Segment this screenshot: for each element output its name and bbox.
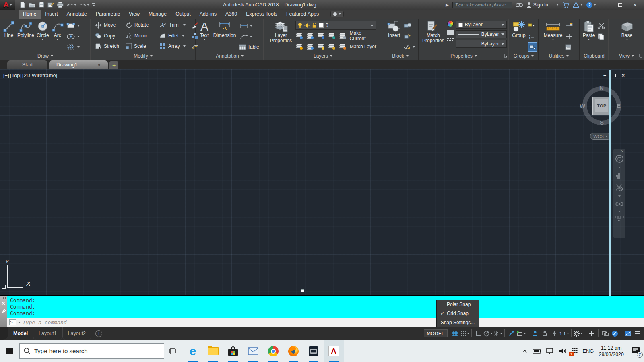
copy-button[interactable]: Copy <box>95 31 126 41</box>
tab-express-tools[interactable]: Express Tools <box>242 10 282 19</box>
arc-button[interactable]: Arc <box>50 20 65 52</box>
zoom-extents-icon[interactable] <box>615 183 624 192</box>
tray-chevron-icon[interactable] <box>522 349 528 353</box>
copy-clip-button[interactable] <box>597 32 605 41</box>
isodraft-caret-icon[interactable] <box>500 333 502 334</box>
move-button[interactable]: Move <box>95 20 126 30</box>
edit-attributes-button[interactable] <box>403 32 415 41</box>
new-layout-button[interactable]: + <box>95 330 102 337</box>
create-block-button[interactable] <box>403 21 415 31</box>
battery-icon[interactable] <box>533 348 541 354</box>
layer-thaw-tool-icon[interactable] <box>306 44 314 50</box>
command-wrench-icon[interactable] <box>1 309 6 313</box>
array-button[interactable]: Array <box>159 41 192 51</box>
navbar-zoom-caret-icon[interactable] <box>618 195 621 197</box>
keyword-search-input[interactable] <box>452 2 512 8</box>
rectangle-tool-button[interactable] <box>66 21 80 31</box>
annotation-monitor-toggle[interactable] <box>587 329 596 338</box>
ungroup-button[interactable] <box>528 21 537 31</box>
tab-output[interactable]: Output <box>171 10 195 19</box>
make-current-button[interactable]: Make Current <box>350 30 379 41</box>
help-button[interactable]: ? <box>586 2 596 8</box>
group-edit-button[interactable] <box>528 32 537 41</box>
autoscale-toggle[interactable] <box>540 329 549 338</box>
stretch-button[interactable]: Stretch <box>95 41 126 51</box>
table-button[interactable]: Table <box>239 42 259 52</box>
layout1-tab[interactable]: Layout1 <box>33 327 62 340</box>
block-attributes-button[interactable] <box>403 42 415 52</box>
tray-app-button[interactable]: 1 <box>572 347 578 355</box>
taskbar-app-edge[interactable]: e <box>183 340 203 362</box>
isodraft-toggle[interactable] <box>493 329 502 338</box>
task-view-button[interactable] <box>164 340 183 362</box>
layer-on-tool-icon[interactable] <box>295 44 303 50</box>
cut-button[interactable] <box>597 21 605 31</box>
tab-home[interactable]: Home <box>19 10 41 19</box>
object-snap-caret-icon[interactable] <box>524 333 526 334</box>
customize-qat-button[interactable] <box>92 3 95 6</box>
group-selection-toggle[interactable] <box>528 42 537 52</box>
menu-item-snap-settings[interactable]: Snap Settings... <box>436 318 479 327</box>
new-file-button[interactable] <box>19 2 26 8</box>
modify-panel-label[interactable]: Modify <box>91 52 195 60</box>
recent-commands-caret-icon[interactable] <box>18 322 21 323</box>
new-drawing-tab-button[interactable]: + <box>109 61 118 69</box>
drawing-restore-button[interactable] <box>612 74 616 77</box>
hatch-tool-button[interactable] <box>66 42 80 52</box>
taskbar-app-movies[interactable] <box>303 340 324 362</box>
clipboard-panel-label[interactable]: Clipboard <box>580 52 609 60</box>
ellipse-tool-button[interactable] <box>66 32 80 41</box>
navbar-close-icon[interactable]: ✕ <box>621 150 624 154</box>
scale-selector[interactable]: 1:1 <box>559 329 569 338</box>
rotate-button[interactable]: Rotate <box>126 20 159 30</box>
line-endpoint-grip[interactable] <box>301 289 304 292</box>
clean-screen-toggle[interactable] <box>623 329 632 338</box>
layer-lock-tool-icon[interactable] <box>328 33 335 39</box>
model-space-badge[interactable]: MODEL <box>424 329 448 337</box>
osnap-tracking-toggle[interactable] <box>507 329 516 338</box>
tab-featured-apps[interactable]: Featured Apps <box>282 10 323 19</box>
annotation-scale-tool[interactable] <box>550 329 559 338</box>
canvas-right-scroll-strip[interactable] <box>609 70 611 296</box>
sign-in-button[interactable]: Sign In <box>526 2 559 8</box>
object-color-dropdown[interactable]: ByLayer <box>456 21 507 29</box>
save-button[interactable] <box>38 2 45 8</box>
search-binoculars-icon[interactable] <box>516 2 523 8</box>
linetype-dropdown[interactable]: ByLayer <box>456 40 507 48</box>
tab-manage[interactable]: Manage <box>144 10 171 19</box>
viewport-view-control[interactable]: [Top] <box>10 72 21 78</box>
command-prompt-icon[interactable]: >_ <box>9 319 16 325</box>
polyline-button[interactable]: Polyline <box>16 20 35 52</box>
command-window-grip[interactable]: ✕ <box>0 296 7 327</box>
a360-button[interactable] <box>573 2 583 8</box>
minimize-button[interactable]: − <box>600 2 611 8</box>
navbar-orbit-caret-icon[interactable] <box>618 211 621 212</box>
ribbon-display-options[interactable] <box>330 11 344 17</box>
start-button[interactable] <box>0 340 19 362</box>
measure-button[interactable]: Measure <box>541 20 565 52</box>
layer-sun-tool-icon[interactable] <box>317 44 324 50</box>
viewcube-east[interactable]: E <box>617 102 621 109</box>
command-history[interactable]: Command: Command: Command: <box>7 296 644 318</box>
viewcube-west[interactable]: W <box>580 102 585 109</box>
circle-button[interactable]: Circle <box>35 20 50 52</box>
wcs-dropdown[interactable]: WCS <box>590 133 611 140</box>
grid-display-toggle[interactable] <box>450 329 459 338</box>
text-button[interactable]: A Text <box>199 20 210 52</box>
snap-caret-icon[interactable] <box>467 333 469 334</box>
annotation-visibility-toggle[interactable] <box>530 329 539 338</box>
tab-parametric[interactable]: Parametric <box>91 10 124 19</box>
viewport-control-menu[interactable]: [−] <box>3 72 9 78</box>
customize-status-button[interactable] <box>633 329 642 338</box>
match-layer-button[interactable]: Match Layer <box>350 44 376 49</box>
group-button[interactable]: Group <box>511 20 527 52</box>
model-tab[interactable]: Model <box>8 327 33 340</box>
taskbar-app-mail[interactable] <box>243 340 263 362</box>
leader-button[interactable] <box>239 32 259 41</box>
view-panel-label[interactable]: View <box>609 52 644 60</box>
trim-button[interactable]: Trim <box>159 20 192 30</box>
close-button[interactable]: × <box>630 2 641 8</box>
point-button[interactable] <box>565 32 573 41</box>
match-properties-button[interactable]: Match Properties <box>421 20 446 52</box>
file-tab-drawing1[interactable]: Drawing1 × <box>49 60 108 69</box>
